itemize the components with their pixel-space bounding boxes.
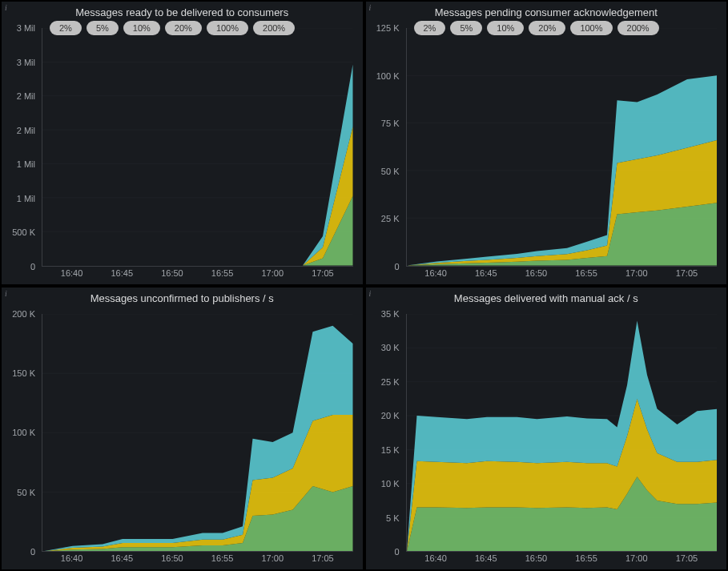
x-axis: 16:4016:4516:5016:5517:0017:05: [42, 268, 353, 283]
x-tick: 17:00: [261, 268, 284, 278]
chart-body-tr: 025 K50 K75 K100 K125 K 16:4016:4516:501…: [366, 22, 727, 284]
y-tick: 1 Mil: [17, 194, 35, 203]
panel-title: Messages pending consumer acknowledgemen…: [366, 2, 727, 22]
x-axis: 16:4016:4516:5016:5517:0017:05: [42, 553, 353, 568]
x-tick: 17:05: [676, 268, 698, 278]
info-icon[interactable]: i: [5, 289, 7, 298]
zoom-pill[interactable]: 20%: [165, 21, 202, 35]
panel-messages-pending-ack: i Messages pending consumer acknowledgem…: [366, 2, 727, 284]
series-yellow: [42, 127, 353, 265]
y-tick: 5 K: [386, 513, 400, 523]
zoom-pill[interactable]: 20%: [529, 21, 565, 35]
info-icon[interactable]: i: [369, 289, 372, 298]
y-tick: 75 K: [381, 119, 400, 128]
x-tick: 16:40: [61, 268, 83, 278]
y-tick: 15 K: [381, 445, 400, 455]
panel-title: Messages unconfirmed to publishers / s: [2, 288, 363, 308]
chart-body-br: 05 K10 K15 K20 K25 K30 K35 K 16:4016:451…: [366, 308, 727, 570]
panel-title: Messages delivered with manual ack / s: [366, 288, 727, 308]
y-tick: 0: [394, 547, 399, 557]
y-tick: 35 K: [381, 309, 400, 319]
x-tick: 17:05: [312, 553, 334, 563]
x-tick: 16:40: [424, 268, 447, 278]
y-tick: 100 K: [376, 71, 400, 81]
y-tick: 0: [30, 547, 35, 557]
y-axis: 050 K100 K150 K200 K: [2, 314, 38, 553]
dashboard-grid: i Messages ready to be delivered to cons…: [0, 0, 728, 571]
zoom-pill[interactable]: 10%: [123, 21, 160, 35]
zoom-pill[interactable]: 5%: [450, 21, 482, 35]
x-tick: 17:00: [625, 268, 648, 278]
y-axis: 05 K10 K15 K20 K25 K30 K35 K: [366, 314, 403, 553]
x-tick: 17:05: [676, 553, 698, 563]
y-tick: 0: [30, 262, 35, 271]
x-tick: 17:00: [625, 553, 648, 563]
x-tick: 16:55: [211, 553, 234, 563]
zoom-pill[interactable]: 2%: [414, 21, 446, 35]
plot-area[interactable]: [406, 314, 718, 553]
x-tick: 16:50: [525, 268, 548, 278]
y-tick: 10 K: [381, 479, 400, 489]
zoom-pill[interactable]: 200%: [253, 21, 295, 35]
info-icon[interactable]: i: [369, 3, 372, 12]
y-tick: 1 Mil: [17, 159, 35, 169]
x-tick: 17:05: [312, 268, 334, 278]
y-axis: 025 K50 K75 K100 K125 K: [366, 28, 403, 267]
y-tick: 2 Mil: [17, 126, 35, 135]
zoom-pill[interactable]: 10%: [487, 21, 524, 35]
x-axis: 16:4016:4516:5016:5517:0017:05: [406, 553, 718, 568]
x-tick: 16:55: [575, 268, 597, 278]
y-tick: 25 K: [381, 214, 400, 223]
x-tick: 16:40: [424, 553, 447, 563]
x-tick: 16:55: [575, 553, 597, 563]
y-tick: 200 K: [12, 309, 35, 319]
zoom-pills: 2%5%10%20%100%200%: [414, 21, 719, 35]
x-tick: 16:50: [525, 553, 548, 563]
info-icon[interactable]: i: [5, 3, 7, 12]
y-tick: 3 Mil: [17, 23, 35, 33]
y-tick: 50 K: [17, 488, 35, 497]
y-tick: 2 Mil: [17, 91, 35, 101]
x-tick: 16:45: [111, 268, 133, 278]
y-tick: 125 K: [376, 23, 400, 33]
panel-messages-unconfirmed: i Messages unconfirmed to publishers / s…: [2, 288, 363, 570]
plot-area[interactable]: [42, 314, 353, 553]
series-green: [42, 196, 353, 266]
x-axis: 16:4016:4516:5016:5517:0017:05: [406, 268, 718, 283]
zoom-pill[interactable]: 100%: [207, 21, 248, 35]
chart-body-tl: 0500 K1 Mil1 Mil2 Mil2 Mil3 Mil3 Mil 16:…: [2, 22, 363, 284]
y-tick: 100 K: [12, 428, 35, 437]
x-tick: 16:50: [161, 553, 183, 563]
zoom-pill[interactable]: 5%: [86, 21, 119, 35]
x-tick: 16:45: [475, 553, 497, 563]
y-axis: 0500 K1 Mil1 Mil2 Mil2 Mil3 Mil3 Mil: [2, 28, 38, 267]
y-tick: 150 K: [12, 368, 35, 378]
chart-body-bl: 050 K100 K150 K200 K 16:4016:4516:5016:5…: [2, 308, 363, 570]
y-tick: 30 K: [381, 343, 400, 352]
y-tick: 25 K: [381, 377, 400, 387]
zoom-pill[interactable]: 100%: [570, 21, 612, 35]
y-tick: 50 K: [381, 167, 400, 176]
panel-title: Messages ready to be delivered to consum…: [2, 2, 363, 22]
y-tick: 20 K: [381, 411, 400, 420]
zoom-pill[interactable]: 2%: [50, 21, 82, 35]
x-tick: 16:55: [211, 268, 234, 278]
y-tick: 500 K: [12, 227, 35, 237]
x-tick: 16:45: [475, 268, 497, 278]
series-blue: [42, 65, 353, 266]
y-tick: 0: [394, 262, 399, 271]
plot-area[interactable]: [42, 28, 353, 267]
x-tick: 16:50: [161, 268, 183, 278]
x-tick: 17:00: [261, 553, 284, 563]
x-tick: 16:45: [111, 553, 133, 563]
plot-area[interactable]: [406, 28, 718, 267]
zoom-pill[interactable]: 200%: [617, 21, 659, 35]
x-tick: 16:40: [61, 553, 83, 563]
y-tick: 3 Mil: [17, 58, 35, 67]
panel-messages-delivered-ack: i Messages delivered with manual ack / s…: [366, 288, 727, 570]
panel-messages-ready: i Messages ready to be delivered to cons…: [2, 2, 363, 284]
zoom-pills: 2%5%10%20%100%200%: [50, 21, 355, 35]
